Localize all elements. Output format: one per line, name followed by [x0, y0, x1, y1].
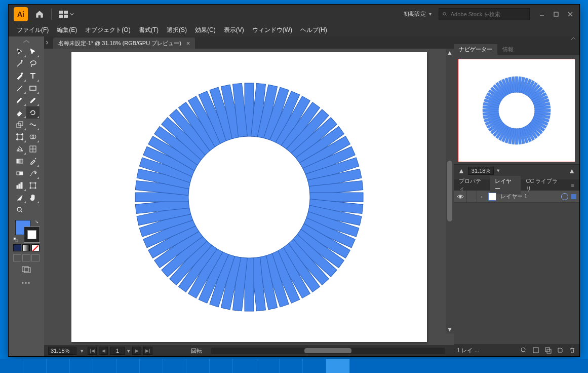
draw-normal[interactable]	[13, 254, 21, 262]
rotate-tool[interactable]	[26, 106, 40, 119]
blend-tool[interactable]	[13, 167, 26, 179]
pen-tool[interactable]	[13, 70, 26, 82]
menu-type[interactable]: 書式(T)	[135, 24, 163, 36]
edit-toolbar-button[interactable]: •••	[22, 280, 31, 287]
color-swatch[interactable]	[13, 244, 21, 251]
pencil-tool[interactable]	[26, 94, 40, 106]
make-clipping-mask-icon[interactable]	[532, 346, 540, 354]
menu-object[interactable]: オブジェクト(O)	[81, 24, 134, 36]
maximize-button[interactable]	[549, 9, 563, 20]
gradient-swatch[interactable]	[22, 244, 30, 251]
stroke-swatch[interactable]	[24, 227, 40, 242]
tab-navigator[interactable]: ナビゲーター	[454, 44, 497, 55]
delete-layer-icon[interactable]	[568, 346, 576, 354]
gradient-tool[interactable]	[13, 155, 26, 167]
app-window: Ai 初期設定 ▾ ファイル(F) 編集(E) オブジェクト(O) 書式(T) …	[8, 4, 580, 357]
navigator-zoom-value[interactable]: 31.18%	[468, 167, 494, 175]
artboard-number-input[interactable]	[110, 347, 125, 355]
shape-builder-tool[interactable]	[26, 131, 40, 143]
rectangle-tool[interactable]	[26, 82, 40, 94]
slice-tool[interactable]	[13, 192, 26, 204]
scale-tool[interactable]	[13, 119, 26, 131]
menu-edit[interactable]: 編集(E)	[53, 24, 81, 36]
scrollbar-thumb-vertical[interactable]	[447, 161, 452, 221]
symbol-sprayer-tool[interactable]	[26, 167, 40, 179]
toolbox-collapse-handle[interactable]	[14, 40, 38, 44]
panel-menu-icon[interactable]: ≡	[566, 180, 579, 190]
layer-name[interactable]: レイヤー 1	[498, 193, 561, 200]
zoom-dropdown-icon[interactable]: ▾	[81, 348, 84, 354]
prev-artboard-button[interactable]: ◀	[99, 347, 108, 355]
scroll-down-icon[interactable]: ▼	[447, 325, 453, 333]
close-window-button[interactable]	[563, 9, 577, 20]
zoom-input[interactable]	[48, 347, 76, 355]
stock-search-input[interactable]	[451, 11, 526, 17]
mesh-tool[interactable]	[26, 143, 40, 155]
direct-selection-tool[interactable]	[26, 46, 40, 58]
zoom-tool[interactable]	[13, 204, 26, 216]
target-icon[interactable]	[561, 193, 568, 200]
tab-cc-libraries[interactable]: CC ライブラリ	[521, 176, 566, 194]
horizontal-scrollbar[interactable]	[211, 348, 445, 354]
eyedropper-tool[interactable]	[26, 155, 40, 167]
menu-window[interactable]: ウィンドウ(W)	[248, 24, 296, 36]
navigator-zoom-dropdown-icon[interactable]: ▾	[497, 167, 500, 174]
scrollbar-thumb-horizontal[interactable]	[304, 348, 351, 353]
visibility-toggle[interactable]	[454, 191, 467, 202]
last-artboard-button[interactable]: ▶|	[143, 347, 152, 355]
type-tool[interactable]	[26, 70, 40, 82]
swap-fill-stroke-icon[interactable]	[34, 220, 40, 225]
selection-tool[interactable]	[13, 46, 26, 58]
menu-help[interactable]: ヘルプ(H)	[296, 24, 331, 36]
next-artboard-button[interactable]: ▶	[132, 347, 141, 355]
lasso-tool[interactable]	[26, 58, 40, 70]
zoom-out-icon[interactable]: ▲	[458, 167, 465, 175]
tab-layers[interactable]: レイヤー	[490, 176, 521, 194]
menu-view[interactable]: 表示(V)	[220, 24, 248, 36]
stock-search-field[interactable]	[439, 8, 530, 20]
zoom-in-icon[interactable]: ▲	[568, 167, 575, 175]
navigator-preview[interactable]	[458, 59, 575, 162]
fill-stroke-control[interactable]	[13, 220, 40, 242]
windows-taskbar[interactable]	[0, 359, 588, 373]
vertical-scrollbar[interactable]: ▲ ▼	[446, 49, 454, 333]
hand-tool[interactable]	[26, 192, 40, 204]
perspective-grid-tool[interactable]	[13, 143, 26, 155]
magic-wand-tool[interactable]	[13, 58, 26, 70]
close-tab-icon[interactable]: ×	[186, 40, 190, 47]
home-button[interactable]	[32, 10, 47, 19]
default-fill-stroke-icon[interactable]	[13, 237, 18, 242]
draw-inside[interactable]	[31, 254, 40, 262]
scroll-up-icon[interactable]: ▲	[447, 49, 453, 57]
eraser-tool[interactable]	[13, 106, 26, 119]
menu-file[interactable]: ファイル(F)	[13, 24, 53, 36]
workspace-switcher[interactable]: 初期設定 ▾	[404, 10, 432, 18]
locate-object-icon[interactable]	[520, 346, 528, 354]
canvas[interactable]: ▲ ▼	[44, 49, 454, 345]
arrange-documents-button[interactable]	[56, 8, 77, 20]
none-swatch[interactable]	[31, 244, 40, 251]
collapse-panels-handle[interactable]	[454, 36, 579, 44]
expand-layer-icon[interactable]: ›	[477, 194, 486, 200]
free-transform-tool[interactable]	[13, 131, 26, 143]
artboard-dropdown-icon[interactable]: ▾	[127, 348, 130, 354]
layer-row[interactable]: › レイヤー 1	[454, 191, 579, 203]
menu-select[interactable]: 選択(S)	[163, 24, 191, 36]
minimize-button[interactable]	[535, 9, 549, 20]
collapse-left-icon[interactable]	[44, 40, 53, 45]
first-artboard-button[interactable]: |◀	[88, 347, 97, 355]
tab-info[interactable]: 情報	[497, 44, 519, 55]
selection-indicator[interactable]	[571, 194, 576, 199]
draw-behind[interactable]	[22, 254, 30, 262]
lock-toggle[interactable]	[467, 191, 477, 202]
paintbrush-tool[interactable]	[13, 94, 26, 106]
artboard-tool[interactable]	[26, 179, 40, 192]
new-layer-icon[interactable]	[556, 346, 564, 354]
create-sublayer-icon[interactable]	[544, 346, 552, 354]
column-graph-tool[interactable]	[13, 179, 26, 192]
menu-effect[interactable]: 効果(C)	[191, 24, 220, 36]
line-tool[interactable]	[13, 82, 26, 94]
width-tool[interactable]	[26, 119, 40, 131]
screen-mode-button[interactable]	[18, 265, 34, 275]
document-tab[interactable]: 名称未設定-1* @ 31.18% (RGB/GPU プレビュー) ×	[53, 38, 195, 49]
